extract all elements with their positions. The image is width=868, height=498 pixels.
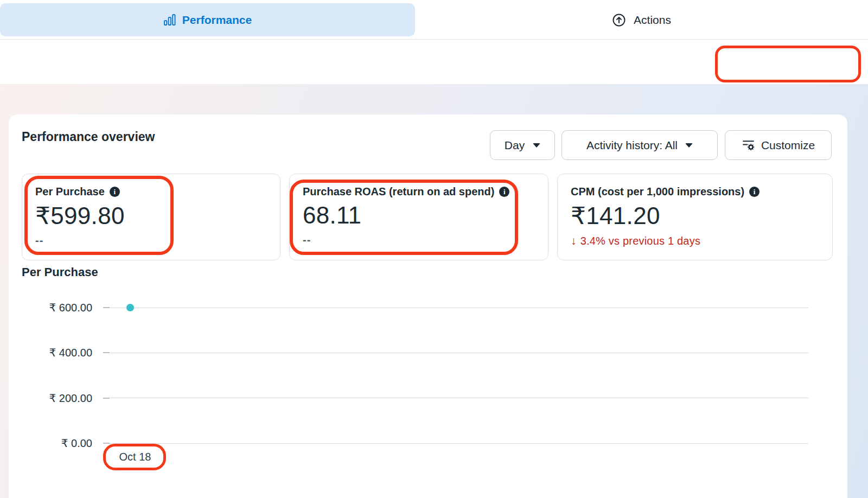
y-axis-tick-label: ₹ 0.00: [9, 437, 92, 450]
metric-comparison: --: [303, 234, 535, 246]
customize-button[interactable]: Customize: [725, 130, 832, 160]
tab-performance[interactable]: Performance: [0, 3, 415, 36]
top-tab-bar: Performance Actions: [0, 0, 868, 40]
bar-chart-icon: [163, 14, 176, 27]
axis-tick: [103, 307, 110, 308]
info-icon[interactable]: i: [110, 187, 120, 197]
chevron-down-icon: [685, 143, 693, 148]
metric-comparison: --: [35, 234, 267, 247]
chart-data-point[interactable]: [126, 304, 134, 311]
info-icon[interactable]: i: [499, 187, 509, 197]
metric-card-per-purchase: Per Purchase i ₹599.80 --: [22, 174, 280, 260]
tab-actions-label: Actions: [634, 14, 671, 27]
grid-line: [103, 353, 808, 353]
x-axis-label: Oct 18: [112, 451, 158, 463]
grid-line: [103, 308, 808, 308]
toolbar-row: Oct 18, 2025: [0, 40, 868, 84]
time-breakdown-dropdown[interactable]: Day: [490, 130, 555, 160]
metric-value: ₹599.80: [35, 202, 267, 229]
per-purchase-chart: Oct 18 ₹ 600.00₹ 400.00₹ 200.00₹ 0.00: [9, 114, 847, 498]
chart-title: Per Purchase: [22, 265, 98, 279]
arrow-up-circle-icon: [612, 13, 626, 27]
metric-label: Per Purchase: [35, 186, 105, 198]
axis-tick: [103, 443, 110, 444]
activity-history-label: Activity history: All: [586, 139, 678, 152]
grid-line: [103, 443, 808, 444]
performance-overview-panel: Performance overview Day Activity histor…: [9, 114, 847, 498]
customize-label: Customize: [761, 139, 815, 152]
tab-actions[interactable]: Actions: [415, 3, 868, 36]
metric-value: ₹141.20: [571, 202, 819, 229]
info-icon[interactable]: i: [749, 187, 760, 197]
metric-value: 68.11: [303, 202, 535, 229]
down-arrow-icon: ↓: [571, 234, 577, 247]
y-axis-tick-label: ₹ 200.00: [9, 392, 92, 405]
grid-line: [103, 398, 808, 398]
y-axis-tick-label: ₹ 600.00: [9, 301, 92, 314]
metric-card-purchase-roas: Purchase ROAS (return on ad spend) i 68.…: [289, 174, 548, 260]
y-axis-tick-label: ₹ 400.00: [9, 346, 92, 359]
time-breakdown-label: Day: [505, 139, 525, 152]
customize-settings-icon: [742, 138, 755, 152]
axis-tick: [103, 352, 110, 353]
metric-label: Purchase ROAS (return on ad spend): [303, 186, 494, 198]
metric-label: CPM (cost per 1,000 impressions): [571, 186, 744, 198]
chevron-down-icon: [533, 143, 540, 148]
metric-delta-text: 3.4% vs previous 1 days: [580, 235, 700, 247]
activity-history-dropdown[interactable]: Activity history: All: [561, 130, 718, 160]
metric-comparison: ↓ 3.4% vs previous 1 days: [571, 234, 819, 247]
page-title: Performance overview: [22, 130, 155, 144]
axis-tick: [103, 398, 110, 399]
metric-card-cpm: CPM (cost per 1,000 impressions) i ₹141.…: [557, 174, 833, 260]
tab-performance-label: Performance: [182, 14, 252, 27]
